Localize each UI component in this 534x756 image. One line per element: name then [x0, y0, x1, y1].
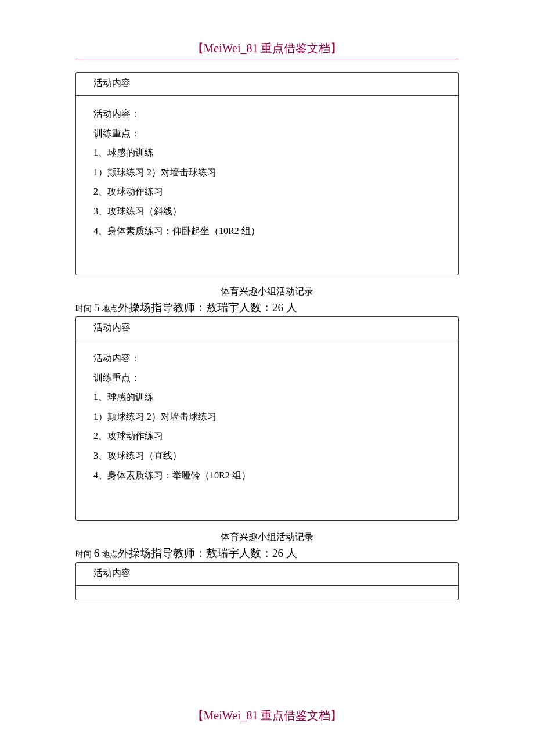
- box2-line: 2、攻球动作练习: [93, 426, 441, 446]
- box2-line: 1、球感的训练: [93, 387, 441, 407]
- meta-place-label: 地点: [102, 550, 118, 559]
- box1-header: 活动内容: [76, 73, 458, 96]
- meta-count-value: 26 人: [272, 301, 297, 314]
- meta-teacher-label: 指导教师：: [151, 301, 206, 314]
- record-3-meta: 时间 6 地点外操场指导教师：敖瑞宇人数：26 人: [75, 546, 459, 561]
- box2-body: 活动内容： 训练重点： 1、球感的训练 1）颠球练习 2）对墙击球练习 2、攻球…: [76, 340, 458, 494]
- record-2-meta: 时间 5 地点外操场指导教师：敖瑞宇人数：26 人: [75, 300, 459, 315]
- header-text: 【MeiWei_81 重点借鉴文档】: [192, 42, 342, 55]
- record-2-title: 体育兴趣小组活动记录: [75, 286, 459, 298]
- box1-line: 1、球感的训练: [93, 143, 441, 163]
- meta-time-label: 时间: [75, 304, 92, 313]
- box2-line: 训练重点：: [93, 368, 441, 388]
- activity-box-3: 活动内容: [75, 562, 459, 600]
- box2-line: 4、身体素质练习：举哑铃（10R2 组）: [93, 466, 441, 485]
- meta-count-label: 人数：: [239, 301, 272, 314]
- meta-count-value: 26 人: [272, 547, 297, 559]
- box2-line: 活动内容：: [93, 348, 441, 368]
- box1-line: 训练重点：: [93, 124, 441, 143]
- meta-teacher-label: 指导教师：: [151, 547, 206, 559]
- activity-box-2: 活动内容 活动内容： 训练重点： 1、球感的训练 1）颠球练习 2）对墙击球练习…: [75, 316, 459, 521]
- meta-time-value: 6: [94, 547, 100, 559]
- page-footer: 【MeiWei_81 重点借鉴文档】: [75, 708, 459, 723]
- box1-line: 1）颠球练习 2）对墙击球练习: [93, 163, 441, 182]
- meta-teacher-value: 敖瑞宇: [206, 301, 239, 314]
- record-3-header: 体育兴趣小组活动记录 时间 6 地点外操场指导教师：敖瑞宇人数：26 人: [75, 531, 459, 561]
- activity-box-1: 活动内容 活动内容： 训练重点： 1、球感的训练 1）颠球练习 2）对墙击球练习…: [75, 72, 459, 275]
- meta-teacher-value: 敖瑞宇: [206, 547, 239, 559]
- meta-time-label: 时间: [75, 550, 92, 559]
- box1-line: 4、身体素质练习：仰卧起坐（10R2 组）: [93, 221, 441, 241]
- box2-line: 3、攻球练习（直线）: [93, 446, 441, 466]
- meta-count-label: 人数：: [239, 547, 272, 559]
- meta-place-value: 外操场: [118, 547, 151, 559]
- box1-body: 活动内容： 训练重点： 1、球感的训练 1）颠球练习 2）对墙击球练习 2、攻球…: [76, 96, 458, 250]
- meta-place-label: 地点: [102, 304, 118, 313]
- box1-line: 3、攻球练习（斜线）: [93, 201, 441, 221]
- box2-line: 1）颠球练习 2）对墙击球练习: [93, 407, 441, 427]
- box3-header: 活动内容: [76, 563, 458, 586]
- record-2-header: 体育兴趣小组活动记录 时间 5 地点外操场指导教师：敖瑞宇人数：26 人: [75, 286, 459, 315]
- box1-line: 2、攻球动作练习: [93, 182, 441, 201]
- meta-place-value: 外操场: [118, 301, 151, 314]
- box2-header: 活动内容: [76, 317, 458, 340]
- meta-time-value: 5: [94, 301, 100, 314]
- footer-text: 【MeiWei_81 重点借鉴文档】: [192, 709, 342, 722]
- box1-line: 活动内容：: [93, 104, 441, 124]
- record-3-title: 体育兴趣小组活动记录: [75, 531, 459, 543]
- page-content: 活动内容 活动内容： 训练重点： 1、球感的训练 1）颠球练习 2）对墙击球练习…: [75, 72, 459, 692]
- page-header: 【MeiWei_81 重点借鉴文档】: [75, 41, 459, 60]
